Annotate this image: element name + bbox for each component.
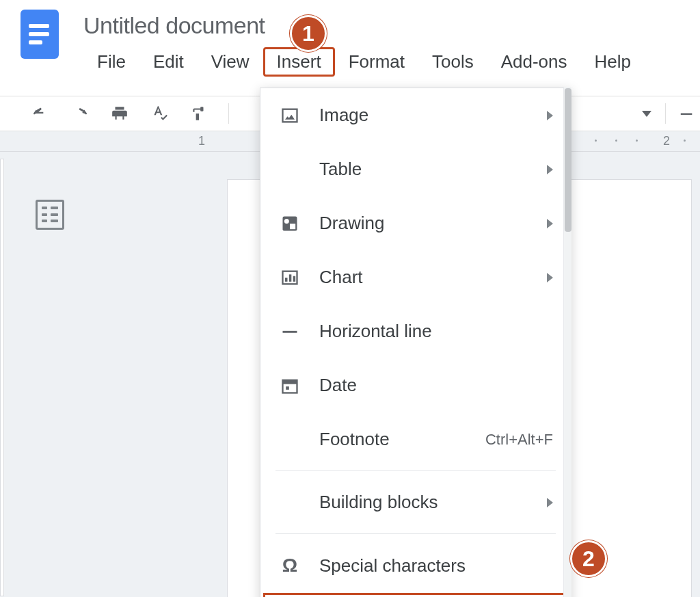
menu-edit[interactable]: Edit: [139, 47, 198, 77]
svg-rect-0: [283, 109, 297, 122]
menu-item-shortcut: Ctrl+Alt+F: [485, 431, 553, 449]
svg-rect-8: [283, 330, 297, 332]
redo-icon[interactable]: [70, 103, 90, 124]
submenu-arrow-icon: [547, 219, 553, 228]
drawing-icon: [278, 214, 301, 233]
menu-item-label: Date: [319, 375, 553, 396]
menu-help[interactable]: Help: [581, 47, 645, 77]
menu-item-label: Drawing: [319, 213, 529, 234]
dropdown-scrollbar[interactable]: [563, 87, 571, 597]
page-edge: [0, 159, 4, 596]
omega-icon: Ω: [278, 555, 301, 576]
menu-item-image[interactable]: Image: [260, 88, 571, 142]
header: Untitled document File Edit View Insert …: [0, 0, 700, 77]
ruler-mark: 2: [663, 134, 670, 148]
submenu-arrow-icon: [547, 165, 553, 174]
submenu-arrow-icon: [547, 111, 553, 120]
submenu-arrow-icon: [547, 498, 553, 507]
outline-icon[interactable]: [36, 200, 64, 230]
svg-rect-7: [293, 276, 296, 281]
menu-item-label: Chart: [319, 267, 529, 288]
toolbar-separator: [665, 103, 666, 124]
menu-addons[interactable]: Add-ons: [487, 47, 581, 77]
svg-rect-3: [290, 224, 295, 229]
menubar: File Edit View Insert Format Tools Add-o…: [83, 47, 645, 77]
submenu-arrow-icon: [547, 273, 553, 282]
svg-rect-11: [286, 386, 289, 390]
menu-separator: [275, 470, 556, 471]
dropdown-caret-icon[interactable]: [642, 111, 651, 117]
image-icon: [278, 106, 301, 125]
annotation-badge-1: 1: [290, 15, 327, 52]
undo-icon[interactable]: [30, 103, 51, 124]
menu-item-label: Image: [319, 105, 529, 126]
menu-item-label: Building blocks: [319, 492, 529, 513]
menu-format[interactable]: Format: [335, 47, 418, 77]
menu-item-horizontal-line[interactable]: Horizontal line: [260, 304, 571, 358]
svg-rect-6: [289, 274, 292, 282]
svg-point-2: [284, 219, 289, 224]
menu-item-equation[interactable]: π2 Equation: [263, 593, 568, 597]
menu-item-date[interactable]: Date: [260, 358, 571, 412]
menu-item-label: Footnote: [319, 429, 468, 450]
docs-logo-icon[interactable]: [21, 10, 59, 59]
menu-item-footnote[interactable]: Footnote Ctrl+Alt+F: [260, 412, 571, 466]
zoom-out-icon[interactable]: −: [679, 101, 693, 127]
menu-item-special-characters[interactable]: Ω Special characters: [260, 538, 571, 593]
spellcheck-icon[interactable]: [149, 103, 170, 124]
menu-insert[interactable]: Insert: [263, 47, 335, 77]
menu-item-label: Table: [319, 159, 529, 180]
calendar-icon: [278, 376, 301, 395]
document-title[interactable]: Untitled document: [83, 10, 645, 43]
paint-format-icon[interactable]: [189, 103, 209, 124]
menu-item-label: Horizontal line: [319, 321, 553, 342]
title-area: Untitled document File Edit View Insert …: [83, 10, 645, 77]
menu-item-label: Special characters: [319, 555, 553, 576]
print-icon[interactable]: [109, 103, 130, 124]
chart-icon: [278, 268, 301, 287]
toolbar-separator: [228, 103, 229, 124]
insert-dropdown: Image Table Drawing Chart Horizontal lin…: [260, 88, 571, 597]
svg-rect-10: [283, 380, 297, 384]
horizontal-line-icon: [278, 322, 301, 341]
menu-file[interactable]: File: [83, 47, 139, 77]
menu-separator: [275, 533, 556, 534]
annotation-badge-2: 2: [570, 540, 607, 577]
menu-tools[interactable]: Tools: [418, 47, 487, 77]
menu-item-table[interactable]: Table: [260, 142, 571, 196]
menu-item-building-blocks[interactable]: Building blocks: [260, 475, 571, 529]
svg-rect-5: [285, 278, 288, 282]
menu-view[interactable]: View: [198, 47, 263, 77]
ruler-mark: 1: [198, 134, 205, 148]
menu-item-drawing[interactable]: Drawing: [260, 196, 571, 250]
menu-item-chart[interactable]: Chart: [260, 250, 571, 304]
